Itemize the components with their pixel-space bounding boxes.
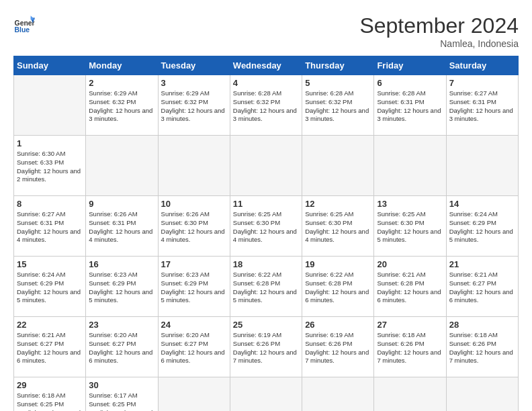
- day-cell-12: 12 Sunrise: 6:25 AMSunset: 6:30 PMDaylig…: [302, 196, 374, 257]
- day-number: 14: [449, 199, 515, 209]
- day-cell-15: 15 Sunrise: 6:24 AMSunset: 6:29 PMDaylig…: [14, 257, 86, 317]
- day-number: 13: [377, 199, 443, 209]
- cell-info: Sunrise: 6:22 AMSunset: 6:28 PMDaylight:…: [233, 271, 299, 305]
- header-row: SundayMondayTuesdayWednesdayThursdayFrid…: [14, 56, 519, 75]
- cell-info: Sunrise: 6:19 AMSunset: 6:26 PMDaylight:…: [233, 331, 299, 365]
- day-header-wednesday: Wednesday: [230, 56, 302, 75]
- cell-info: Sunrise: 6:27 AMSunset: 6:31 PMDaylight:…: [17, 210, 83, 244]
- day-cell-2: 2 Sunrise: 6:29 AMSunset: 6:32 PMDayligh…: [86, 75, 158, 136]
- empty-cell: [374, 136, 446, 196]
- empty-cell: [14, 75, 86, 136]
- day-header-sunday: Sunday: [14, 56, 86, 75]
- day-number: 5: [305, 78, 371, 88]
- day-header-friday: Friday: [374, 56, 446, 75]
- day-cell-4: 4 Sunrise: 6:28 AMSunset: 6:32 PMDayligh…: [230, 75, 302, 136]
- day-number: 27: [377, 320, 443, 330]
- cell-info: Sunrise: 6:29 AMSunset: 6:32 PMDaylight:…: [161, 89, 227, 124]
- day-cell-1: 1 Sunrise: 6:30 AMSunset: 6:33 PMDayligh…: [14, 136, 86, 196]
- cell-info: Sunrise: 6:19 AMSunset: 6:26 PMDaylight:…: [305, 331, 371, 365]
- cell-info: Sunrise: 6:28 AMSunset: 6:32 PMDaylight:…: [305, 89, 371, 124]
- day-number: 28: [449, 320, 515, 330]
- logo-icon: General Blue: [13, 13, 35, 35]
- cell-info: Sunrise: 6:28 AMSunset: 6:32 PMDaylight:…: [233, 89, 299, 124]
- empty-cell: [230, 377, 302, 412]
- day-number: 16: [89, 259, 154, 269]
- cell-info: Sunrise: 6:25 AMSunset: 6:30 PMDaylight:…: [233, 210, 299, 244]
- cell-info: Sunrise: 6:27 AMSunset: 6:31 PMDaylight:…: [449, 89, 515, 124]
- title-block: September 2024 Namlea, Indonesia: [359, 13, 519, 49]
- calendar-week-4: 15 Sunrise: 6:24 AMSunset: 6:29 PMDaylig…: [14, 257, 519, 317]
- day-cell-3: 3 Sunrise: 6:29 AMSunset: 6:32 PMDayligh…: [158, 75, 230, 136]
- day-number: 29: [17, 380, 83, 390]
- day-number: 12: [305, 199, 371, 209]
- empty-cell: [86, 136, 158, 196]
- day-number: 17: [161, 259, 227, 269]
- day-cell-6: 6 Sunrise: 6:28 AMSunset: 6:31 PMDayligh…: [374, 75, 446, 136]
- cell-info: Sunrise: 6:29 AMSunset: 6:32 PMDaylight:…: [89, 89, 154, 124]
- cell-info: Sunrise: 6:25 AMSunset: 6:30 PMDaylight:…: [305, 210, 371, 244]
- day-number: 6: [377, 78, 443, 88]
- day-number: 10: [161, 199, 227, 209]
- day-header-monday: Monday: [86, 56, 158, 75]
- page-header: General Blue September 2024 Namlea, Indo…: [13, 13, 519, 49]
- day-number: 21: [449, 259, 515, 269]
- cell-info: Sunrise: 6:18 AMSunset: 6:25 PMDaylight:…: [17, 392, 83, 411]
- day-cell-17: 17 Sunrise: 6:23 AMSunset: 6:29 PMDaylig…: [158, 257, 230, 317]
- calendar-week-3: 8 Sunrise: 6:27 AMSunset: 6:31 PMDayligh…: [14, 196, 519, 257]
- day-cell-7: 7 Sunrise: 6:27 AMSunset: 6:31 PMDayligh…: [446, 75, 518, 136]
- cell-info: Sunrise: 6:30 AMSunset: 6:33 PMDaylight:…: [17, 150, 83, 184]
- day-number: 23: [89, 320, 154, 330]
- day-cell-20: 20 Sunrise: 6:21 AMSunset: 6:28 PMDaylig…: [374, 257, 446, 317]
- cell-info: Sunrise: 6:23 AMSunset: 6:29 PMDaylight:…: [161, 271, 227, 305]
- cell-info: Sunrise: 6:18 AMSunset: 6:26 PMDaylight:…: [377, 331, 443, 365]
- day-cell-19: 19 Sunrise: 6:22 AMSunset: 6:28 PMDaylig…: [302, 257, 374, 317]
- empty-cell: [158, 377, 230, 412]
- day-cell-22: 22 Sunrise: 6:21 AMSunset: 6:27 PMDaylig…: [14, 317, 86, 377]
- day-cell-9: 9 Sunrise: 6:26 AMSunset: 6:31 PMDayligh…: [86, 196, 158, 257]
- day-cell-10: 10 Sunrise: 6:26 AMSunset: 6:30 PMDaylig…: [158, 196, 230, 257]
- day-number: 25: [233, 320, 299, 330]
- calendar-table: SundayMondayTuesdayWednesdayThursdayFrid…: [13, 56, 519, 411]
- day-number: 7: [449, 78, 515, 88]
- cell-info: Sunrise: 6:21 AMSunset: 6:27 PMDaylight:…: [17, 331, 83, 365]
- empty-cell: [446, 136, 518, 196]
- cell-info: Sunrise: 6:26 AMSunset: 6:31 PMDaylight:…: [89, 210, 154, 244]
- cell-info: Sunrise: 6:24 AMSunset: 6:29 PMDaylight:…: [17, 271, 83, 305]
- day-number: 20: [377, 259, 443, 269]
- calendar-week-1: 2 Sunrise: 6:29 AMSunset: 6:32 PMDayligh…: [14, 75, 519, 136]
- day-header-thursday: Thursday: [302, 56, 374, 75]
- day-header-saturday: Saturday: [446, 56, 518, 75]
- empty-cell: [302, 136, 374, 196]
- cell-info: Sunrise: 6:18 AMSunset: 6:26 PMDaylight:…: [449, 331, 515, 365]
- day-cell-18: 18 Sunrise: 6:22 AMSunset: 6:28 PMDaylig…: [230, 257, 302, 317]
- day-cell-28: 28 Sunrise: 6:18 AMSunset: 6:26 PMDaylig…: [446, 317, 518, 377]
- day-number: 22: [17, 320, 83, 330]
- day-number: 9: [89, 199, 154, 209]
- day-number: 3: [161, 78, 227, 88]
- day-cell-16: 16 Sunrise: 6:23 AMSunset: 6:29 PMDaylig…: [86, 257, 158, 317]
- location: Namlea, Indonesia: [359, 38, 519, 49]
- empty-cell: [446, 377, 518, 412]
- day-cell-30: 30 Sunrise: 6:17 AMSunset: 6:25 PMDaylig…: [86, 377, 158, 412]
- cell-info: Sunrise: 6:22 AMSunset: 6:28 PMDaylight:…: [305, 271, 371, 305]
- day-cell-25: 25 Sunrise: 6:19 AMSunset: 6:26 PMDaylig…: [230, 317, 302, 377]
- day-cell-8: 8 Sunrise: 6:27 AMSunset: 6:31 PMDayligh…: [14, 196, 86, 257]
- day-number: 26: [305, 320, 371, 330]
- cell-info: Sunrise: 6:23 AMSunset: 6:29 PMDaylight:…: [89, 271, 154, 305]
- day-number: 2: [89, 78, 154, 88]
- day-number: 1: [17, 138, 83, 148]
- day-cell-5: 5 Sunrise: 6:28 AMSunset: 6:32 PMDayligh…: [302, 75, 374, 136]
- empty-cell: [374, 377, 446, 412]
- day-header-tuesday: Tuesday: [158, 56, 230, 75]
- day-cell-26: 26 Sunrise: 6:19 AMSunset: 6:26 PMDaylig…: [302, 317, 374, 377]
- day-number: 15: [17, 259, 83, 269]
- cell-info: Sunrise: 6:25 AMSunset: 6:30 PMDaylight:…: [377, 210, 443, 244]
- day-cell-21: 21 Sunrise: 6:21 AMSunset: 6:27 PMDaylig…: [446, 257, 518, 317]
- cell-info: Sunrise: 6:26 AMSunset: 6:30 PMDaylight:…: [161, 210, 227, 244]
- day-cell-29: 29 Sunrise: 6:18 AMSunset: 6:25 PMDaylig…: [14, 377, 86, 412]
- cell-info: Sunrise: 6:17 AMSunset: 6:25 PMDaylight:…: [89, 392, 154, 411]
- cell-info: Sunrise: 6:21 AMSunset: 6:27 PMDaylight:…: [449, 271, 515, 305]
- day-number: 11: [233, 199, 299, 209]
- day-number: 8: [17, 199, 83, 209]
- day-cell-24: 24 Sunrise: 6:20 AMSunset: 6:27 PMDaylig…: [158, 317, 230, 377]
